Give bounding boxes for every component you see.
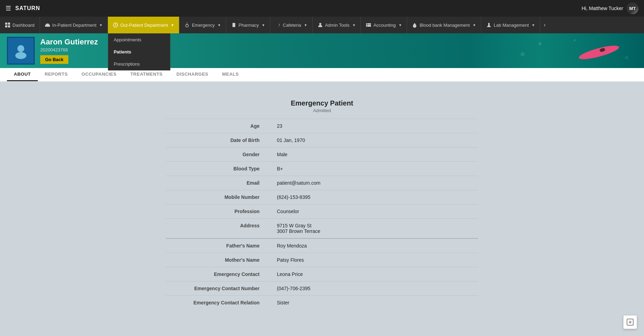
table-row: Mobile Number (624)-153-8395 <box>166 190 478 204</box>
nav-emergency[interactable]: Emergency ▼ <box>179 17 226 33</box>
svg-point-26 <box>625 56 628 59</box>
hamburger-icon[interactable]: ☰ <box>6 5 11 12</box>
svg-rect-1 <box>8 23 10 25</box>
email-label: Email <box>166 176 270 190</box>
nav-outpatient-label: Out-Patient Department <box>120 23 168 28</box>
blood-type-label: Blood Type <box>166 162 270 176</box>
dropdown-appointments[interactable]: Appointments <box>108 34 170 46</box>
tab-meals[interactable]: MEALS <box>215 68 246 81</box>
patient-info-block: Aaron Gutierrez 20200423768 Go Back <box>40 37 98 64</box>
svg-point-23 <box>539 42 541 45</box>
patient-avatar-box <box>7 37 35 65</box>
svg-point-19 <box>15 52 26 59</box>
gender-value: Male <box>270 148 478 162</box>
nav-cafeteria[interactable]: Cafeteria ▼ <box>270 17 313 33</box>
nav-dashboard-label: Dashboard <box>12 23 35 28</box>
patient-type-title: Emergency Patient <box>166 99 478 107</box>
nav-emergency-arrow: ▼ <box>218 23 221 27</box>
nav-dashboard[interactable]: Dashboard <box>0 17 40 33</box>
table-row: Blood Type B+ <box>166 162 478 176</box>
nav-lab[interactable]: Lab Management ▼ <box>481 17 540 33</box>
nav-accounting-label: Accounting <box>373 23 396 28</box>
emergency-contact-relation-value: Sister <box>270 296 478 310</box>
table-row: Emergency Contact Number (047)-706-2395 <box>166 282 478 296</box>
nav-accounting[interactable]: Accounting ▼ <box>361 17 407 33</box>
mobile-label: Mobile Number <box>166 190 270 204</box>
svg-rect-2 <box>5 25 7 27</box>
nav-inpatient-label: In-Patient Department <box>52 23 96 28</box>
mother-name-value: Patsy Flores <box>270 253 478 267</box>
address-label: Address <box>166 219 270 239</box>
svg-rect-5 <box>46 24 49 25</box>
outpatient-dropdown: Appointments Patients Prescriptions <box>108 33 170 70</box>
nav-lab-label: Lab Management <box>494 23 529 28</box>
main-content: Emergency Patient Admitted Age 23 Date o… <box>0 82 644 320</box>
svg-point-13 <box>319 23 321 25</box>
svg-rect-11 <box>233 24 235 24</box>
nav-bloodbank-label: Blood bank Management <box>420 23 470 28</box>
address-value: 9715 W Gray St3007 Brown Terrace <box>270 219 478 239</box>
svg-rect-3 <box>8 25 10 27</box>
about-section: Emergency Patient Admitted Age 23 Date o… <box>166 92 478 310</box>
patient-name: Aaron Gutierrez <box>40 37 98 47</box>
svg-point-25 <box>574 39 576 41</box>
nav-lab-arrow: ▼ <box>532 23 535 27</box>
age-label: Age <box>166 119 270 133</box>
patient-info-table: Age 23 Date of Birth 01 Jan, 1970 Gender… <box>166 119 478 310</box>
dropdown-prescriptions[interactable]: Prescriptions <box>108 58 170 70</box>
nav-cafeteria-label: Cafeteria <box>283 23 301 28</box>
table-row: Emergency Contact Leona Price <box>166 267 478 282</box>
app-title: SATURN <box>15 5 40 11</box>
go-back-button[interactable]: Go Back <box>40 55 68 64</box>
nav-cafeteria-arrow: ▼ <box>304 23 307 27</box>
nav-outpatient[interactable]: Out-Patient Department ▼ Appointments Pa… <box>108 17 179 33</box>
header-background-art <box>471 33 644 68</box>
emergency-contact-relation-label: Emergency Contact Relation <box>166 296 270 310</box>
emergency-contact-number-label: Emergency Contact Number <box>166 282 270 296</box>
dob-value: 01 Jan, 1970 <box>270 133 478 148</box>
table-row: Date of Birth 01 Jan, 1970 <box>166 133 478 148</box>
nav-admin-label: Admin Tools <box>325 23 350 28</box>
gender-label: Gender <box>166 148 270 162</box>
nav-admin-arrow: ▼ <box>352 23 356 27</box>
nav-bar: Dashboard In-Patient Department ▼ Out-Pa… <box>0 17 644 33</box>
nav-inpatient[interactable]: In-Patient Department ▼ <box>40 17 108 33</box>
table-row: Mother's Name Patsy Flores <box>166 253 478 267</box>
email-value: patient@saturn.com <box>270 176 478 190</box>
svg-rect-0 <box>5 23 7 25</box>
patient-header: Aaron Gutierrez 20200423768 Go Back <box>0 33 644 68</box>
emergency-contact-label: Emergency Contact <box>166 267 270 282</box>
table-row: Emergency Contact Relation Sister <box>166 296 478 310</box>
nav-pharmacy[interactable]: Pharmacy ▼ <box>226 17 270 33</box>
emergency-contact-number-value: (047)-706-2395 <box>270 282 478 296</box>
top-bar-right: Hi, Matthew Tucker MT <box>582 2 638 14</box>
nav-admin[interactable]: Admin Tools ▼ <box>313 17 361 33</box>
user-avatar[interactable]: MT <box>627 2 638 14</box>
father-name-label: Father's Name <box>166 238 270 253</box>
tab-discharges[interactable]: DISCHARGES <box>170 68 215 81</box>
bottom-right-action-icon[interactable] <box>623 315 637 329</box>
profession-value: Counselor <box>270 204 478 219</box>
mother-name-label: Mother's Name <box>166 253 270 267</box>
svg-point-22 <box>599 48 605 52</box>
svg-point-18 <box>17 45 24 52</box>
tab-reports[interactable]: REPORTS <box>38 68 75 81</box>
father-name-value: Roy Mendoza <box>270 238 478 253</box>
dropdown-patients[interactable]: Patients <box>108 46 170 58</box>
nav-bloodbank[interactable]: Blood bank Management ▼ <box>407 17 481 33</box>
table-row: Address 9715 W Gray St3007 Brown Terrace <box>166 219 478 239</box>
svg-point-24 <box>520 52 525 56</box>
tabs-bar: ABOUT REPORTS OCCUPANCIES TREATMENTS DIS… <box>0 68 644 82</box>
patient-id: 20200423768 <box>40 47 98 52</box>
tab-about[interactable]: ABOUT <box>7 68 38 81</box>
table-row: Email patient@saturn.com <box>166 176 478 190</box>
age-value: 23 <box>270 119 478 133</box>
svg-rect-20 <box>471 33 644 68</box>
nav-pharmacy-label: Pharmacy <box>239 23 259 28</box>
blood-type-value: B+ <box>270 162 478 176</box>
table-row: Profession Counselor <box>166 204 478 219</box>
nav-inpatient-arrow: ▼ <box>99 23 103 27</box>
nav-scroll-right[interactable]: › <box>540 17 549 33</box>
profession-label: Profession <box>166 204 270 219</box>
nav-accounting-arrow: ▼ <box>398 23 402 27</box>
